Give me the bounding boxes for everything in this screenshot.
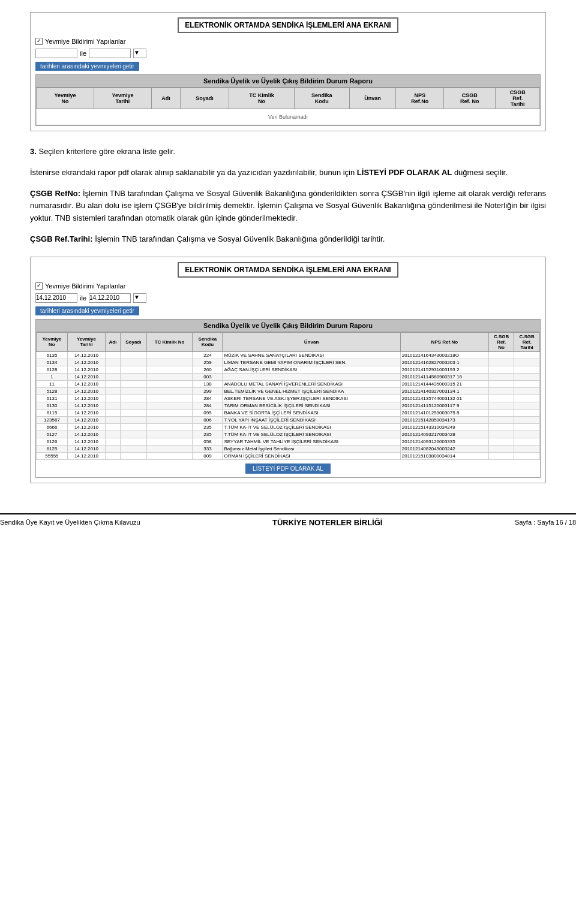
- footer-doc-title: Sendika Üye Kayıt ve Üyelikten Çıkma Kıl…: [0, 519, 140, 526]
- col2-yevmiye-no: YevmiyeNo: [37, 332, 68, 351]
- col2-tc: TC Kimlik No: [146, 332, 193, 351]
- col-ad: Adı: [151, 88, 180, 109]
- col-nps: NPSRef.No: [396, 88, 444, 109]
- para-pdf: İstenirse ekrandaki rapor pdf olarak alı…: [30, 167, 546, 179]
- col2-csgb-ref-no: C.SGBRef.No: [488, 332, 514, 351]
- no-data-row: Veri Bulunamadı: [37, 109, 540, 125]
- dropdown-icon[interactable]: ▼: [133, 49, 146, 58]
- footer-org: TÜRKİYE NOTERLER BİRLİĞİ: [140, 518, 515, 527]
- footer-page: Sayfa : Sayfa 16 / 18: [515, 519, 576, 526]
- para-csgb-tarihi: ÇSGB Ref.Tarihi: İşlemin TNB tarafından …: [30, 233, 546, 246]
- filter-btn-row: tarihleri arasındaki yevmiyeleri getir: [35, 62, 541, 71]
- filter-btn-row-2: tarihleri arasındaki yevmiyeleri getir: [35, 306, 541, 315]
- table-row: 613114.12.2010284ASKERİ TERSANE VE ASK.İ…: [37, 395, 540, 402]
- table-header-row: YevmiyeNo YevmiyeTarihi Adı Soyadı TC Ki…: [37, 88, 540, 109]
- filter-inputs-row-2: ile ▼: [35, 293, 541, 303]
- col-tc: TC KimlikNo: [229, 88, 294, 109]
- ekran-title-2: ELEKTRONİK ORTAMDA SENDİKA İŞLEMLERİ ANA…: [178, 262, 398, 278]
- csgb-tarihi-label: ÇSGB Ref.Tarihi:: [30, 234, 93, 243]
- table-row: 613414.12.2010259LİMAN TERSANE GEMİ YAPI…: [37, 359, 540, 366]
- table-row: 114.12.201000320101214114580900317 18: [37, 373, 540, 380]
- getir-button-2[interactable]: tarihleri arasındaki yevmiyeleri getir: [35, 306, 139, 315]
- table-row: 12356714.12.2010006T.YOL YAPI İNŞAAT İŞÇ…: [37, 416, 540, 423]
- table-row: 613014.12.2010284TARIM ORMAN BESİCİLİK İ…: [37, 402, 540, 409]
- col2-ad: Adı: [105, 332, 120, 351]
- table-row: 666614.12.2010235T.TÜM KA-İT VE SELÜLOZ …: [37, 423, 540, 431]
- section-3-heading: 3. Seçilen kriterlere göre ekrana liste …: [30, 146, 546, 158]
- getir-button-1[interactable]: tarihleri arasındaki yevmiyeleri getir: [35, 62, 139, 71]
- table-row: 611514.12.2010095BANKA VE SİGORTA İŞÇİLE…: [37, 409, 540, 416]
- para-csgb-refno: ÇSGB RefNo: İşlemin TNB tarafından Çalış…: [30, 188, 546, 225]
- report-title-2: Sendika Üyelik ve Üyelik Çıkış Bildirim …: [36, 320, 540, 332]
- filter-label: Yevmiye Bildirimi Yapılanlar: [45, 38, 125, 45]
- dropdown-icon-2[interactable]: ▼: [133, 293, 146, 303]
- report-container-1: Sendika Üyelik ve Üyelik Çıkış Bildirim …: [35, 74, 541, 126]
- col-csgb-ref-tarihi: CSGBRef.Tarihi: [496, 88, 540, 109]
- date-from-input-2[interactable]: [35, 293, 77, 303]
- date-to-input[interactable]: [89, 49, 131, 58]
- table-header-row-2: YevmiyeNo YevmiyeTarihi Adı Soyadı TC Ki…: [37, 332, 540, 351]
- screenshot-box-2: ELEKTRONİK ORTAMDA SENDİKA İŞLEMLERİ ANA…: [30, 257, 546, 483]
- table-row: 612714.12.2010235T.TÜM KA-İT VE SELÜLOZ …: [37, 431, 540, 438]
- filter-inputs-row: ile ▼: [35, 49, 541, 58]
- col2-unvan: Ünvan: [223, 332, 400, 351]
- report-title-1: Sendika Üyelik ve Üyelik Çıkış Bildirim …: [36, 75, 540, 88]
- col-soyad: Soyadı: [180, 88, 229, 109]
- table-row: 512814.12.2010299BEL.TEMİZLİK VE GENEL H…: [37, 387, 540, 395]
- csgb-refno-label: ÇSGB RefNo:: [30, 189, 80, 198]
- report-container-2: Sendika Üyelik ve Üyelik Çıkış Bildirim …: [35, 319, 541, 478]
- table-row: 613514.12.2010224MÜZİK VE SAHNE SANATÇIL…: [37, 351, 540, 359]
- date-to-input-2[interactable]: [89, 293, 131, 303]
- listepdf-button[interactable]: LİSTEYİ PDF OLARAK AL: [245, 463, 331, 474]
- footer: Sendika Üye Kayıt ve Üyelikten Çıkma Kıl…: [0, 513, 576, 527]
- yevmiye-checkbox[interactable]: [35, 38, 43, 45]
- col2-csgb-ref-tarihi: C.SGBRef.Tarihi: [514, 332, 540, 351]
- filter-row-2: Yevmiye Bildirimi Yapılanlar: [35, 282, 541, 290]
- col-csgb-ref-no: CSGBRef. No: [444, 88, 496, 109]
- table-row: 612514.12.2010333Bağımsız Metal İşçileri…: [37, 445, 540, 452]
- filter-row-1: Yevmiye Bildirimi Yapılanlar: [35, 38, 541, 45]
- table-row: 612814.12.2010260AĞAÇ SAN.İŞÇİLERİ SENDİ…: [37, 366, 540, 373]
- ekran-title-1: ELEKTRONİK ORTAMDA SENDİKA İŞLEMLERİ ANA…: [178, 17, 398, 33]
- yevmiye-checkbox-2[interactable]: [35, 282, 43, 290]
- report-table-2: YevmiyeNo YevmiyeTarihi Adı Soyadı TC Ki…: [36, 332, 540, 460]
- ile-label-2: ile: [80, 294, 86, 302]
- col-sendika: SendikaKodu: [294, 88, 350, 109]
- date-from-input[interactable]: [35, 49, 77, 58]
- pdf-bold: LİSTEYİ PDF OLARAK AL: [357, 168, 452, 177]
- table-row: 612614.12.2010058SEYYAR TAHMİL VE TAHLİY…: [37, 438, 540, 445]
- col-yevmiye-tarihi: YevmiyeTarihi: [94, 88, 151, 109]
- col-unvan: Ünvan: [350, 88, 396, 109]
- report-table-1: YevmiyeNo YevmiyeTarihi Adı Soyadı TC Ki…: [36, 88, 540, 125]
- page: ELEKTRONİK ORTAMDA SENDİKA İŞLEMLERİ ANA…: [0, 0, 576, 501]
- col-yevmiye-no: YevmiyeNo: [37, 88, 94, 109]
- table-row: 5555514.12.2010009ORMAN İŞÇİLERİ SENDİKA…: [37, 452, 540, 459]
- filter-label-2: Yevmiye Bildirimi Yapılanlar: [45, 282, 125, 290]
- col2-soyad: Soyadı: [120, 332, 146, 351]
- ile-label: ile: [80, 50, 86, 57]
- screenshot-box-1: ELEKTRONİK ORTAMDA SENDİKA İŞLEMLERİ ANA…: [30, 12, 546, 131]
- col2-nps: NPS Ref.No: [400, 332, 488, 351]
- col2-yevmiye-tarihi: YevmiyeTarihi: [67, 332, 105, 351]
- table-row: 1114.12.2010138ANADOLU METAL SANAYİ İŞVE…: [37, 380, 540, 387]
- col2-sendika: SendikaKodu: [193, 332, 223, 351]
